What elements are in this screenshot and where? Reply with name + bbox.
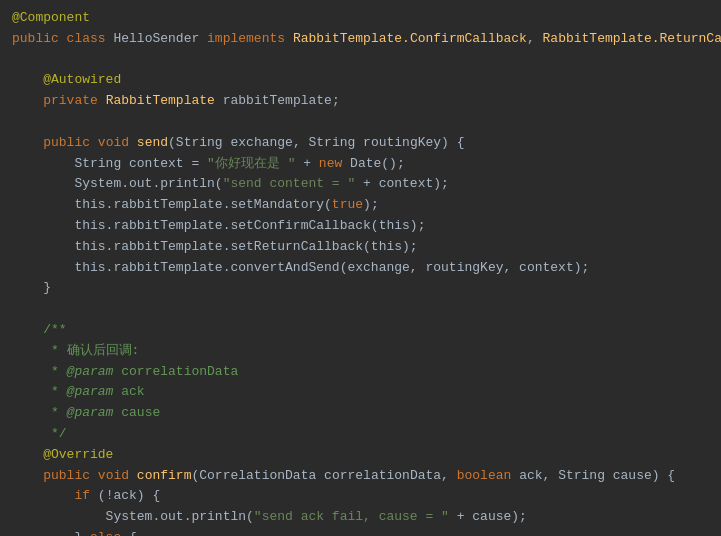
code-token: */ <box>12 424 67 445</box>
code-token: this.rabbitTemplate.setReturnCallback(th… <box>12 237 418 258</box>
code-line <box>12 299 709 320</box>
code-token: @Autowired <box>12 70 121 91</box>
code-token <box>12 91 43 112</box>
code-token: * 确认后回调: <box>12 341 139 362</box>
code-token: } <box>12 528 90 536</box>
code-token: implements <box>207 29 293 50</box>
code-line: public class HelloSender implements Rabb… <box>12 29 709 50</box>
code-line: this.rabbitTemplate.setReturnCallback(th… <box>12 237 709 258</box>
code-token: @param <box>67 382 114 403</box>
code-editor: @Componentpublic class HelloSender imple… <box>0 0 721 536</box>
code-token: if <box>74 486 97 507</box>
code-line: * @param correlationData <box>12 362 709 383</box>
code-line <box>12 50 709 71</box>
code-token: public <box>43 133 98 154</box>
code-token: void <box>98 133 137 154</box>
code-line: System.out.println("send ack fail, cause… <box>12 507 709 528</box>
code-token: boolean <box>457 466 519 487</box>
code-line: @Override <box>12 445 709 466</box>
code-token: correlationData <box>113 362 238 383</box>
code-line: if (!ack) { <box>12 486 709 507</box>
code-line: System.out.println("send content = " + c… <box>12 174 709 195</box>
code-token <box>12 133 43 154</box>
code-token: "send ack fail, cause = " <box>254 507 449 528</box>
code-token: * <box>12 403 67 424</box>
code-token <box>12 466 43 487</box>
code-token: @param <box>67 403 114 424</box>
code-line: private RabbitTemplate rabbitTemplate; <box>12 91 709 112</box>
code-token: + cause); <box>449 507 527 528</box>
code-token: String context = <box>12 154 207 175</box>
code-token: rabbitTemplate; <box>223 91 340 112</box>
code-line: public void send(String exchange, String… <box>12 133 709 154</box>
code-token: } <box>12 278 51 299</box>
code-line: } else { <box>12 528 709 536</box>
code-token: , <box>527 29 543 50</box>
code-line: */ <box>12 424 709 445</box>
code-line: this.rabbitTemplate.setConfirmCallback(t… <box>12 216 709 237</box>
code-token: cause <box>113 403 160 424</box>
code-line: * @param cause <box>12 403 709 424</box>
code-token: RabbitTemplate.ConfirmCallback <box>293 29 527 50</box>
code-token: /** <box>12 320 67 341</box>
code-token: RabbitTemplate <box>106 91 223 112</box>
code-line: public void confirm(CorrelationData corr… <box>12 466 709 487</box>
code-token: { <box>129 528 137 536</box>
code-token: @Override <box>12 445 113 466</box>
code-token: true <box>332 195 363 216</box>
code-token: "你好现在是 " <box>207 154 295 175</box>
code-token: (!ack) { <box>98 486 160 507</box>
code-token: * <box>12 362 67 383</box>
code-token: System.out.println( <box>12 507 254 528</box>
code-token: (String exchange, String routingKey) { <box>168 133 464 154</box>
code-token: ack, String cause) { <box>519 466 675 487</box>
code-token <box>12 486 74 507</box>
code-token: Date(); <box>350 154 405 175</box>
code-line: String context = "你好现在是 " + new Date(); <box>12 154 709 175</box>
code-token: else <box>90 528 129 536</box>
code-line: * 确认后回调: <box>12 341 709 362</box>
code-token: @Component <box>12 8 90 29</box>
code-token: ack <box>113 382 144 403</box>
code-token: System.out.println( <box>12 174 223 195</box>
code-token: public <box>12 29 67 50</box>
code-token: ); <box>363 195 379 216</box>
code-line: } <box>12 278 709 299</box>
code-token: + <box>295 154 318 175</box>
code-token: * <box>12 382 67 403</box>
code-token: class <box>67 29 114 50</box>
code-line: @Component <box>12 8 709 29</box>
code-token: RabbitTemplate.ReturnCallback <box>543 29 721 50</box>
code-line: /** <box>12 320 709 341</box>
code-token: new <box>319 154 350 175</box>
code-token: (CorrelationData correlationData, <box>191 466 456 487</box>
code-token: @param <box>67 362 114 383</box>
code-token: void <box>98 466 137 487</box>
code-token: send <box>137 133 168 154</box>
code-token: + context); <box>355 174 449 195</box>
code-line <box>12 112 709 133</box>
code-token: confirm <box>137 466 192 487</box>
code-token: private <box>43 91 105 112</box>
code-token: "send content = " <box>223 174 356 195</box>
code-token: public <box>43 466 98 487</box>
code-line: this.rabbitTemplate.convertAndSend(excha… <box>12 258 709 279</box>
code-line: * @param ack <box>12 382 709 403</box>
code-token: this.rabbitTemplate.setMandatory( <box>12 195 332 216</box>
code-token: this.rabbitTemplate.setConfirmCallback(t… <box>12 216 425 237</box>
code-token: HelloSender <box>113 29 207 50</box>
code-line: this.rabbitTemplate.setMandatory(true); <box>12 195 709 216</box>
code-token: this.rabbitTemplate.convertAndSend(excha… <box>12 258 589 279</box>
code-line: @Autowired <box>12 70 709 91</box>
